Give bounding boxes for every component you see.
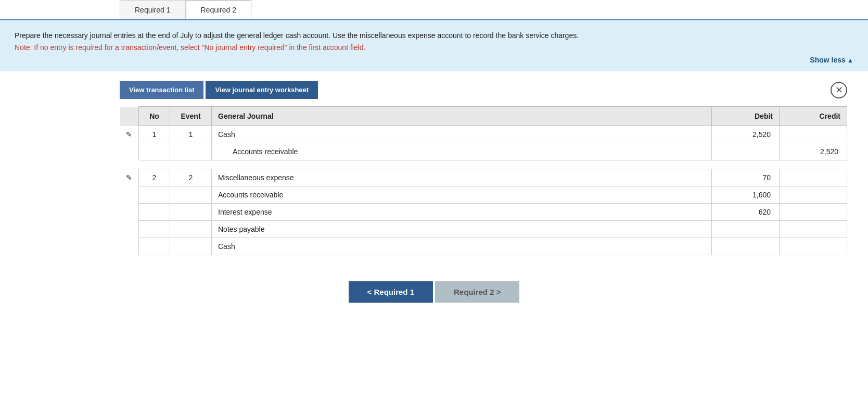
prev-required-button[interactable]: < Required 1 xyxy=(349,281,433,303)
info-note-text: Note: If no entry is required for a tran… xyxy=(15,43,853,52)
row-journal: Cash xyxy=(212,126,712,143)
spacer-icon-cell xyxy=(120,160,139,169)
tab-required1[interactable]: Required 1 xyxy=(120,0,186,19)
edit-icon-cell xyxy=(120,143,139,160)
th-no: No xyxy=(139,107,170,126)
row-event xyxy=(170,221,212,238)
row-credit xyxy=(780,204,847,221)
table-row: ✎ 2 2 Miscellaneous expense 70 xyxy=(120,169,847,186)
close-icon: ✕ xyxy=(835,84,843,96)
table-row: Notes payable xyxy=(120,221,847,238)
edit-icon-cell xyxy=(120,238,139,255)
journal-table: No Event General Journal Debit Credit ✎ … xyxy=(120,106,847,255)
row-debit: 620 xyxy=(712,204,780,221)
row-debit: 2,520 xyxy=(712,126,780,143)
row-no xyxy=(139,238,170,255)
spacer-event-cell xyxy=(170,160,212,169)
view-transaction-list-button[interactable]: View transaction list xyxy=(120,81,203,99)
info-box: Prepare the necessary journal entries at… xyxy=(0,20,868,71)
spacer-no-cell xyxy=(139,160,170,169)
tab-required2[interactable]: Required 2 xyxy=(186,0,252,19)
edit-icon-cell xyxy=(120,186,139,204)
table-row: Cash xyxy=(120,238,847,255)
row-credit xyxy=(780,126,847,143)
row-credit xyxy=(780,221,847,238)
row-no xyxy=(139,143,170,160)
row-no: 2 xyxy=(139,169,170,186)
row-credit: 2,520 xyxy=(780,143,847,160)
nav-buttons: < Required 1 Required 2 > xyxy=(0,271,868,318)
close-button[interactable]: ✕ xyxy=(831,82,847,98)
edit-icon-cell xyxy=(120,204,139,221)
spacer-debit-cell xyxy=(712,160,780,169)
row-event xyxy=(170,238,212,255)
next-required-button[interactable]: Required 2 > xyxy=(435,281,519,303)
spacer-credit-cell xyxy=(780,160,847,169)
table-row: ✎ 1 1 Cash 2,520 xyxy=(120,126,847,143)
th-event: Event xyxy=(170,107,212,126)
row-no xyxy=(139,221,170,238)
row-debit: 1,600 xyxy=(712,186,780,204)
table-row: Accounts receivable 2,520 xyxy=(120,143,847,160)
row-debit xyxy=(712,238,780,255)
spacer-journal-cell xyxy=(212,160,712,169)
tab-required2-label: Required 2 xyxy=(201,6,237,14)
th-debit: Debit xyxy=(712,107,780,126)
info-main-text: Prepare the necessary journal entries at… xyxy=(15,30,853,41)
show-less-container: Show less xyxy=(15,56,853,64)
th-icon xyxy=(120,107,139,126)
table-row: Accounts receivable 1,600 xyxy=(120,186,847,204)
edit-icon-cell[interactable]: ✎ xyxy=(120,126,139,143)
table-header-row: No Event General Journal Debit Credit xyxy=(120,107,847,126)
row-credit xyxy=(780,238,847,255)
th-general-journal: General Journal xyxy=(212,107,712,126)
row-journal: Accounts receivable xyxy=(212,186,712,204)
table-container: No Event General Journal Debit Credit ✎ … xyxy=(0,106,868,271)
buttons-row: View transaction list View journal entry… xyxy=(0,71,868,106)
row-journal: Cash xyxy=(212,238,712,255)
tabs-container: Required 1 Required 2 xyxy=(0,0,868,20)
row-credit xyxy=(780,186,847,204)
row-debit xyxy=(712,143,780,160)
table-row: Interest expense 620 xyxy=(120,204,847,221)
row-event xyxy=(170,204,212,221)
table-row xyxy=(120,160,847,169)
page-wrapper: Required 1 Required 2 Prepare the necess… xyxy=(0,0,868,399)
row-journal: Interest expense xyxy=(212,204,712,221)
tab-required1-label: Required 1 xyxy=(135,6,171,14)
th-credit: Credit xyxy=(780,107,847,126)
edit-icon-cell xyxy=(120,221,139,238)
row-journal: Miscellaneous expense xyxy=(212,169,712,186)
row-credit xyxy=(780,169,847,186)
row-event: 2 xyxy=(170,169,212,186)
row-journal: Accounts receivable xyxy=(212,143,712,160)
row-no xyxy=(139,186,170,204)
row-event: 1 xyxy=(170,126,212,143)
row-debit xyxy=(712,221,780,238)
show-less-link[interactable]: Show less xyxy=(810,56,853,64)
row-event xyxy=(170,143,212,160)
row-journal: Notes payable xyxy=(212,221,712,238)
view-journal-entry-worksheet-button[interactable]: View journal entry worksheet xyxy=(206,81,318,99)
row-event xyxy=(170,186,212,204)
row-debit: 70 xyxy=(712,169,780,186)
edit-icon-cell[interactable]: ✎ xyxy=(120,169,139,186)
row-no: 1 xyxy=(139,126,170,143)
row-no xyxy=(139,204,170,221)
